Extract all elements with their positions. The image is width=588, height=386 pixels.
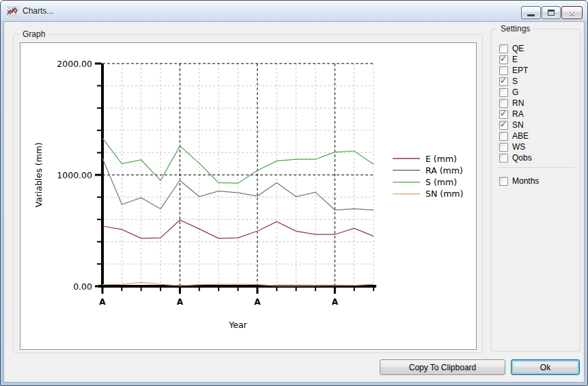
checkbox-s[interactable]: ✓S: [499, 76, 574, 87]
y-axis-title: Variables (mm): [33, 142, 44, 207]
checkbox-label: G: [512, 87, 518, 97]
close-icon: ✕: [568, 9, 575, 17]
checkbox-label: QE: [512, 44, 524, 53]
x-tick-label: A: [177, 297, 184, 307]
dialog-client-area: Graph 0.001000.002000.00AAAAE (mm)RA (mm…: [3, 21, 585, 383]
checkbox-label: RN: [512, 98, 524, 108]
checkbox-label: SN: [512, 120, 524, 130]
checkbox-box[interactable]: [499, 132, 508, 141]
chart-panel: 0.001000.002000.00AAAAE (mm)RA (mm)S (mm…: [20, 42, 477, 350]
copy-to-clipboard-button[interactable]: Copy To Clipboard: [380, 359, 505, 375]
y-tick-label: 2000.00: [57, 59, 92, 69]
legend-label: E (mm): [425, 154, 457, 164]
x-tick-label: A: [99, 297, 106, 307]
checkbox-box[interactable]: ✓: [499, 121, 508, 130]
series-line-s: [102, 138, 374, 183]
graph-groupbox-label: Graph: [20, 29, 48, 39]
checkbox-box[interactable]: ✓: [499, 77, 508, 86]
check-icon: ✓: [500, 54, 507, 64]
chart-app-icon: [7, 6, 18, 17]
maximize-icon: [548, 10, 555, 16]
checkbox-label: Months: [512, 176, 539, 186]
checkbox-box[interactable]: ✓: [499, 110, 508, 119]
chart-legend: E (mm)RA (mm)S (mm)SN (mm): [393, 154, 463, 199]
checkbox-box[interactable]: ✓: [499, 55, 508, 64]
title-bar[interactable]: Charts... ✕: [1, 1, 587, 21]
graph-groupbox: Graph 0.001000.002000.00AAAAE (mm)RA (mm…: [13, 34, 483, 353]
chart-svg: 0.001000.002000.00AAAAE (mm)RA (mm)S (mm…: [20, 43, 477, 350]
checkbox-label: ABE: [512, 131, 529, 141]
minimize-icon: [527, 14, 535, 16]
check-icon: ✓: [500, 109, 507, 118]
x-tick-label: A: [254, 297, 261, 307]
x-tick-label: A: [332, 297, 339, 307]
checkbox-abe[interactable]: ABE: [499, 130, 574, 141]
checkbox-box[interactable]: [499, 88, 508, 97]
checkbox-g[interactable]: G: [499, 87, 574, 98]
chart-axes: 0.001000.002000.00AAAA: [57, 59, 376, 307]
minimize-button[interactable]: [521, 6, 541, 19]
checkbox-label: Qobs: [512, 153, 532, 163]
check-icon: ✓: [500, 76, 507, 85]
checkbox-box[interactable]: [499, 44, 508, 53]
checkbox-sn[interactable]: ✓SN: [499, 120, 574, 130]
legend-label: SN (mm): [425, 189, 463, 199]
y-tick-label: 0.00: [73, 281, 92, 292]
checkbox-box[interactable]: [499, 66, 508, 75]
checkbox-label: S: [512, 77, 518, 86]
settings-divider: [498, 167, 574, 168]
checkbox-label: RA: [512, 109, 524, 119]
checkbox-ept[interactable]: EPT: [499, 65, 574, 76]
chart-gridlines: [102, 64, 374, 286]
checkbox-box[interactable]: [499, 143, 508, 152]
check-icon: ✓: [500, 120, 507, 129]
checkbox-ws[interactable]: WS: [499, 141, 574, 152]
settings-checkbox-list: QE✓EEPT✓SGRN✓RA✓SNABEWSQobs: [499, 43, 574, 163]
checkbox-box[interactable]: [499, 99, 508, 108]
checkbox-e[interactable]: ✓E: [499, 54, 574, 65]
checkbox-box[interactable]: [499, 177, 508, 186]
checkbox-qobs[interactable]: Qobs: [499, 152, 574, 163]
ok-button[interactable]: Ok: [511, 359, 580, 375]
checkbox-label: EPT: [512, 66, 528, 75]
checkbox-rn[interactable]: RN: [499, 98, 574, 109]
x-axis-title: Year: [228, 320, 247, 330]
maximize-button[interactable]: [542, 6, 561, 19]
checkbox-months[interactable]: Months: [499, 176, 574, 187]
legend-label: S (mm): [425, 177, 457, 187]
checkbox-label: WS: [512, 142, 525, 152]
checkbox-qe[interactable]: QE: [499, 43, 574, 54]
legend-label: RA (mm): [425, 165, 463, 176]
y-tick-label: 1000.00: [57, 170, 92, 180]
checkbox-label: E: [512, 55, 518, 64]
close-button[interactable]: ✕: [561, 6, 583, 19]
settings-groupbox-label: Settings: [498, 24, 533, 33]
settings-groupbox: Settings QE✓EEPT✓SGRN✓RA✓SNABEWSQobs Mon…: [491, 29, 580, 352]
window-title: Charts...: [23, 6, 53, 16]
checkbox-ra[interactable]: ✓RA: [499, 109, 574, 120]
settings-months-slot: Months: [499, 176, 574, 187]
checkbox-box[interactable]: [499, 154, 508, 163]
charts-dialog-window: Charts... ✕ Graph 0.001000.002000.00AAAA…: [0, 0, 588, 386]
